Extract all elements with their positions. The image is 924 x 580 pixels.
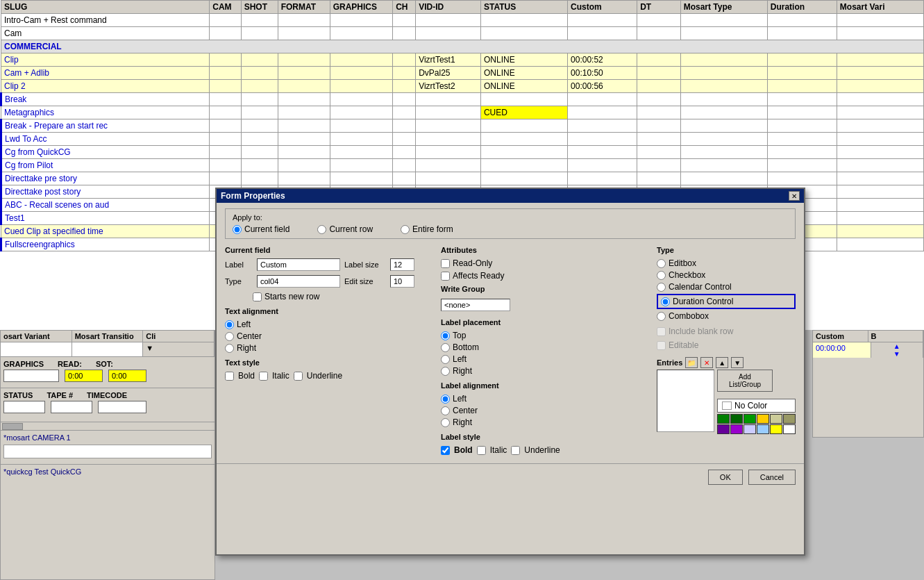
add-list-group-button[interactable]: AddList/Group <box>717 370 773 392</box>
table-row[interactable]: Intro-Cam + Rest command <box>1 14 924 27</box>
ls-bold-label: Bold <box>454 445 473 455</box>
up-arrow-icon[interactable]: ▲ <box>893 342 900 350</box>
label-align-right[interactable]: Right <box>441 417 650 427</box>
radio-current-row[interactable]: Current row <box>317 224 373 234</box>
radio-current-field-input[interactable] <box>233 225 242 234</box>
type-duration-control[interactable]: Duration Control <box>657 294 796 309</box>
color-cell-8[interactable] <box>730 424 743 434</box>
table-row[interactable]: Clip 2 VizrtTest2 ONLINE 00:00:56 <box>1 80 924 93</box>
cancel-button[interactable]: Cancel <box>748 470 796 485</box>
h-scrollbar[interactable] <box>1 422 215 430</box>
dialog-footer: OK Cancel <box>217 463 804 490</box>
read-input[interactable] <box>65 370 103 382</box>
form-properties-dialog: Form Properties ✕ Apply to: Current fiel… <box>215 188 805 556</box>
color-cell-11[interactable] <box>770 424 782 434</box>
label-place-left[interactable]: Left <box>441 354 650 364</box>
type-checkbox[interactable]: Checkbox <box>657 270 796 280</box>
color-cell-7[interactable] <box>717 424 730 434</box>
text-style-row: Bold Italic Underline <box>225 371 434 381</box>
entries-folder-btn[interactable]: 📁 <box>685 357 698 368</box>
ls-bold-checkbox[interactable] <box>441 446 450 455</box>
color-cell-9[interactable] <box>744 424 756 434</box>
label-label: Label <box>225 260 253 269</box>
table-row[interactable]: Cam + Adlib DvPal25 ONLINE 00:10:50 <box>1 67 924 80</box>
starts-new-row-checkbox[interactable] <box>253 292 262 301</box>
ls-italic-checkbox[interactable] <box>477 446 486 455</box>
down-arrow-icon[interactable]: ▼ <box>893 350 900 358</box>
ts-italic-label: Italic <box>272 371 289 381</box>
radio-current-field[interactable]: Current field <box>233 224 289 234</box>
type-calendar-control[interactable]: Calendar Control <box>657 282 796 292</box>
status-input[interactable] <box>3 401 45 413</box>
table-row[interactable]: Lwd To Acc <box>1 133 924 146</box>
color-cell-10[interactable] <box>757 424 769 434</box>
label-place-right[interactable]: Right <box>441 366 650 376</box>
ok-button[interactable]: OK <box>708 470 743 485</box>
type-input[interactable] <box>257 275 340 288</box>
dialog-title: Form Properties <box>221 191 285 201</box>
radio-entire-form-label: Entire form <box>412 224 453 234</box>
mosart-transition-value[interactable] <box>72 342 144 356</box>
label-place-bottom[interactable]: Bottom <box>441 342 650 352</box>
cli-value[interactable]: ▼ <box>143 342 215 356</box>
radio-current-row-input[interactable] <box>317 225 326 234</box>
color-cell-2[interactable] <box>730 414 743 424</box>
color-cell-3[interactable] <box>744 414 756 424</box>
read-only-checkbox[interactable] <box>441 259 450 268</box>
table-row[interactable]: Clip VizrtTest1 ONLINE 00:00:52 <box>1 53 924 67</box>
ts-italic-checkbox[interactable] <box>259 372 268 381</box>
include-blank-row-checkbox[interactable] <box>657 327 666 336</box>
color-cell-12[interactable] <box>783 424 796 434</box>
table-row[interactable]: Break <box>1 93 924 106</box>
timecode-label: TIMECODE <box>87 391 127 399</box>
label-align-center[interactable]: Center <box>441 406 650 415</box>
label-input[interactable] <box>257 258 340 271</box>
entries-down-btn[interactable]: ▼ <box>731 357 744 368</box>
table-row[interactable]: Cam <box>1 27 924 40</box>
edit-size-input[interactable] <box>390 275 414 288</box>
table-row[interactable]: Cg from Pilot <box>1 159 924 172</box>
no-color-button[interactable]: No Color <box>717 399 796 413</box>
ts-underline-checkbox[interactable] <box>294 372 303 381</box>
text-align-right[interactable]: Right <box>225 343 434 353</box>
editable-checkbox[interactable] <box>657 341 666 350</box>
text-align-left[interactable]: Left <box>225 320 434 329</box>
entries-up-btn[interactable]: ▲ <box>716 357 728 368</box>
color-cell-5[interactable] <box>770 414 782 424</box>
quickcg-section: *quickcg Test QuickCG <box>1 464 215 479</box>
color-cell-6[interactable] <box>783 414 796 424</box>
bottom-data-row: ▼ <box>1 342 215 357</box>
type-combobox[interactable]: Combobox <box>657 311 796 321</box>
radio-entire-form-input[interactable] <box>401 225 410 234</box>
text-align-options: Left Center Right <box>225 320 434 353</box>
custom-value[interactable]: 00:00:00 <box>813 342 871 358</box>
radio-entire-form[interactable]: Entire form <box>401 224 453 234</box>
entries-list[interactable] <box>657 370 714 432</box>
table-row[interactable]: Metagraphics CUED <box>1 106 924 119</box>
camera-input-area[interactable] <box>3 445 212 458</box>
label-size-input[interactable] <box>390 258 414 271</box>
color-cell-4[interactable] <box>757 414 769 424</box>
entries-delete-btn[interactable]: ✕ <box>700 357 713 368</box>
table-row[interactable]: COMMERCIAL <box>1 40 924 53</box>
label-align-left[interactable]: Left <box>441 394 650 404</box>
dialog-close-button[interactable]: ✕ <box>789 191 800 201</box>
table-row[interactable]: Directtake pre story <box>1 172 924 185</box>
text-align-center[interactable]: Center <box>225 331 434 341</box>
label-place-top[interactable]: Top <box>441 331 650 340</box>
timecode-input[interactable] <box>98 401 146 413</box>
sot-input[interactable] <box>108 370 146 382</box>
affects-ready-checkbox[interactable] <box>441 272 450 281</box>
write-group-input[interactable] <box>441 299 510 311</box>
color-cell-1[interactable] <box>717 414 730 424</box>
table-row[interactable]: Break - Prepare an start rec <box>1 119 924 133</box>
type-editbox[interactable]: Editbox <box>657 258 796 268</box>
col-mosart-type: Mosart Type <box>680 1 767 14</box>
table-row[interactable]: Cg from QuickCG <box>1 146 924 159</box>
graphics-input[interactable] <box>3 370 59 382</box>
mosart-variant-value[interactable] <box>1 342 72 356</box>
ls-underline-checkbox[interactable] <box>511 446 520 455</box>
right-panel: Custom B 00:00:00 ▲ ▼ <box>812 330 924 438</box>
tape-input[interactable] <box>51 401 92 413</box>
ts-bold-checkbox[interactable] <box>225 372 234 381</box>
